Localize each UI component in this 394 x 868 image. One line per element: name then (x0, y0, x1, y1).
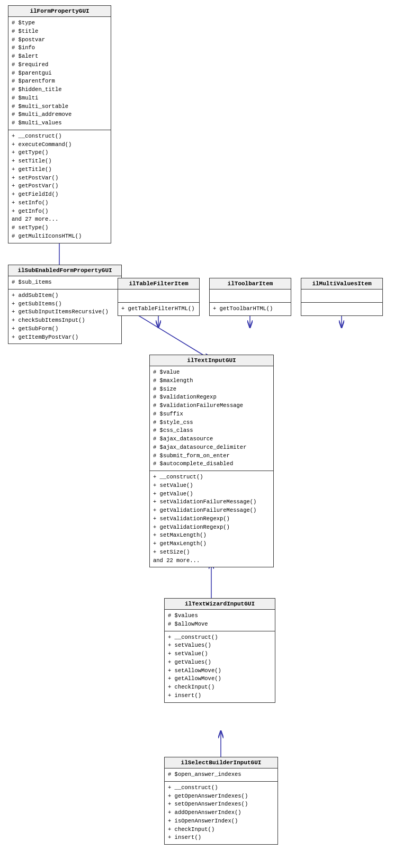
class-methods-ilSelectBuilderInputGUI: + __construct() + getOpenAnswerIndexes()… (165, 782, 277, 844)
class-header-ilToolbarItem: ilToolbarItem (210, 278, 291, 290)
class-fields-ilTextWizardInputGUI: # $values # $allowMove (165, 610, 275, 631)
class-header-ilTableFilterItem: ilTableFilterItem (118, 278, 199, 290)
class-header-ilMultiValuesItem: ilMultiValuesItem (301, 278, 382, 290)
class-header-ilSelectBuilderInputGUI: ilSelectBuilderInputGUI (165, 757, 277, 768)
class-ilTableFilterItem: ilTableFilterItem + getTableFilterHTML() (118, 278, 200, 316)
class-ilToolbarItem: ilToolbarItem + getToolbarHTML() (209, 278, 291, 316)
class-fields-ilSelectBuilderInputGUI: # $open_answer_indexes (165, 768, 277, 782)
class-methods-ilTextWizardInputGUI: + __construct() + setValues() + setValue… (165, 631, 275, 702)
class-header-ilTextInputGUI: ilTextInputGUI (150, 355, 273, 366)
class-fields-ilTextInputGUI: # $value # $maxlength # $size # $validat… (150, 366, 273, 471)
diagram-container: ilFormPropertyGUI # $type # $title # $po… (0, 0, 394, 868)
class-ilMultiValuesItem: ilMultiValuesItem (301, 278, 383, 316)
class-header-ilFormPropertyGUI: ilFormPropertyGUI (8, 6, 111, 17)
class-methods-ilToolbarItem: + getToolbarHTML() (210, 303, 291, 315)
class-methods-ilTextInputGUI: + __construct() + setValue() + getValue(… (150, 471, 273, 567)
class-ilFormPropertyGUI: ilFormPropertyGUI # $type # $title # $po… (8, 5, 111, 243)
class-ilSubEnabledFormPropertyGUI: ilSubEnabledFormPropertyGUI # $sub_items… (8, 265, 122, 344)
class-fields-ilToolbarItem (210, 290, 291, 303)
class-header-ilTextWizardInputGUI: ilTextWizardInputGUI (165, 599, 275, 610)
class-ilSelectBuilderInputGUI: ilSelectBuilderInputGUI # $open_answer_i… (164, 757, 278, 845)
class-fields-ilFormPropertyGUI: # $type # $title # $postvar # $info # $a… (8, 17, 111, 130)
class-methods-ilMultiValuesItem (301, 303, 382, 315)
class-fields-ilMultiValuesItem (301, 290, 382, 303)
class-methods-ilTableFilterItem: + getTableFilterHTML() (118, 303, 199, 315)
class-methods-ilFormPropertyGUI: + __construct() + executeCommand() + get… (8, 130, 111, 243)
class-fields-ilTableFilterItem (118, 290, 199, 303)
class-methods-ilSubEnabledFormPropertyGUI: + addSubItem() + getSubItems() + getSubI… (8, 290, 121, 344)
class-header-ilSubEnabledFormPropertyGUI: ilSubEnabledFormPropertyGUI (8, 265, 121, 276)
class-fields-ilSubEnabledFormPropertyGUI: # $sub_items (8, 276, 121, 290)
class-ilTextWizardInputGUI: ilTextWizardInputGUI # $values # $allowM… (164, 598, 275, 703)
class-ilTextInputGUI: ilTextInputGUI # $value # $maxlength # $… (149, 355, 274, 567)
